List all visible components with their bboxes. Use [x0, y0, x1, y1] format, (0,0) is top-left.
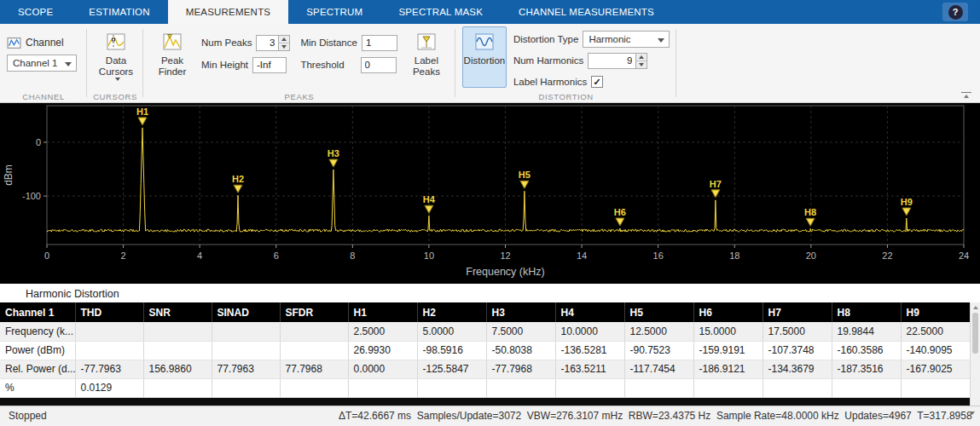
table-cell: 156.9860	[143, 360, 212, 378]
table-cell: 19.9844	[832, 322, 901, 341]
min-distance-label: Min Distance	[300, 37, 357, 48]
table-cell: -140.9095	[901, 341, 970, 360]
table-cell	[555, 378, 624, 397]
statusbar-expand-icon[interactable]	[970, 412, 975, 415]
tab-estimation[interactable]: ESTIMATION	[71, 0, 167, 24]
table-bottom-strip	[0, 398, 970, 406]
label-harmonics-checkbox[interactable]: ✓	[591, 76, 603, 88]
table-cell: -163.5211	[555, 360, 624, 378]
table-cell	[212, 378, 280, 397]
table-cell: 2.5000	[348, 322, 417, 341]
svg-text:H3: H3	[328, 148, 339, 158]
svg-text:4: 4	[197, 250, 202, 261]
svg-text:20: 20	[806, 250, 816, 261]
peaks-section-label: PEAKS	[143, 92, 455, 101]
column-header: H6	[693, 302, 763, 322]
table-cell: 10.0000	[555, 322, 624, 341]
svg-text:10: 10	[424, 250, 434, 261]
min-distance-input[interactable]	[362, 35, 397, 51]
table-cell: -134.3679	[763, 360, 832, 378]
chevron-down-icon	[65, 62, 72, 66]
table-cell: %	[0, 378, 75, 397]
toolstrip-tab-bar: SCOPEESTIMATIONMEASUREMENTSSPECTRUMSPECT…	[0, 0, 980, 24]
svg-text:22: 22	[882, 250, 892, 261]
svg-text:H8: H8	[804, 207, 816, 217]
channel-button-label: Channel	[26, 37, 64, 49]
collapse-toolstrip-icon[interactable]	[961, 92, 971, 98]
channel-section-label: CHANNEL	[0, 92, 87, 101]
svg-text:-100: -100	[22, 191, 41, 201]
table-cell: -107.3748	[763, 341, 832, 360]
distortion-type-select[interactable]: Harmonic	[583, 31, 670, 48]
tab-scope[interactable]: SCOPE	[0, 0, 71, 24]
label-peaks-button[interactable]: Label Peaks	[404, 26, 449, 88]
num-peaks-stepper[interactable]	[279, 35, 290, 51]
svg-text:16: 16	[653, 250, 664, 261]
table-cell: -187.3516	[832, 360, 901, 378]
table-cell: 5.0000	[417, 322, 486, 341]
svg-text:H1: H1	[136, 106, 148, 117]
table-cell: -136.5281	[555, 341, 624, 360]
min-height-input[interactable]	[252, 57, 287, 73]
table-cell: 0.0000	[348, 360, 417, 378]
scrollbar-thumb[interactable]	[972, 313, 978, 354]
tab-spectrum[interactable]: SPECTRUM	[288, 0, 380, 24]
ribbon-section-channel: Channel Channel 1 CHANNEL	[0, 24, 87, 102]
svg-text:H7: H7	[710, 179, 722, 189]
svg-text:24: 24	[959, 250, 969, 261]
table-cell	[212, 322, 280, 341]
table-row[interactable]: Power (dBm)26.9930-98.5916-50.8038-136.5…	[0, 341, 970, 360]
table-cell	[280, 378, 348, 397]
peak-finder-button[interactable]: Peak Finder	[150, 26, 194, 88]
num-harmonics-stepper[interactable]	[636, 53, 647, 69]
help-button[interactable]: ?	[942, 3, 968, 21]
table-cell: -77.7968	[486, 360, 555, 378]
channel-button[interactable]: Channel	[7, 26, 80, 52]
distortion-type-label: Distortion Type	[513, 34, 579, 44]
distortion-section-label: DISTORTION	[455, 92, 677, 101]
column-header: Channel 1	[0, 302, 75, 322]
table-scrollbar[interactable]	[970, 302, 980, 416]
ribbon-section-cursors: Data Cursors CURSORS	[87, 24, 143, 102]
table-cell	[143, 378, 212, 397]
threshold-label: Threshold	[300, 60, 344, 70]
table-row[interactable]: Rel. Power (d...-77.7963156.986077.79637…	[0, 360, 970, 378]
scroll-up-icon[interactable]	[971, 302, 980, 312]
peak-finder-icon	[162, 32, 183, 52]
svg-text:dBm: dBm	[3, 164, 14, 186]
tab-channel-measurements[interactable]: CHANNEL MEASUREMENTS	[501, 0, 672, 24]
data-cursors-icon	[106, 32, 126, 52]
channel-select-value: Channel 1	[13, 58, 57, 68]
table-row[interactable]: %0.0129	[0, 378, 970, 397]
table-cell: -98.5916	[417, 341, 486, 360]
table-cell: 17.5000	[763, 322, 832, 341]
data-cursors-button[interactable]: Data Cursors	[94, 26, 138, 88]
num-harmonics-input[interactable]	[588, 53, 636, 69]
table-cell: 12.5000	[624, 322, 693, 341]
table-cell	[832, 378, 901, 397]
channel-select[interactable]: Channel 1	[7, 55, 77, 72]
table-cell	[763, 378, 832, 397]
num-peaks-input[interactable]	[256, 35, 279, 51]
spectrum-plot[interactable]: 0246810121416182022240-100H1H2H3H4H5H6H7…	[0, 103, 980, 284]
distortion-toggle-button[interactable]: Distortion	[462, 26, 507, 88]
table-cell	[624, 378, 693, 397]
ribbon-section-distortion: Distortion Distortion Type Harmonic Num …	[455, 24, 677, 102]
svg-text:H5: H5	[519, 170, 531, 180]
distortion-button-label: Distortion	[464, 55, 506, 66]
column-header: H2	[417, 302, 486, 322]
svg-text:8: 8	[350, 250, 355, 261]
table-cell: Power (dBm)	[0, 341, 75, 360]
status-stats: ΔT=42.6667 ms Samples/Update=3072 VBW=27…	[339, 410, 972, 422]
distortion-type-value: Harmonic	[589, 34, 630, 44]
table-cell	[901, 378, 970, 397]
table-row[interactable]: Frequency (k...2.50005.00007.500010.0000…	[0, 322, 970, 341]
tab-measurements[interactable]: MEASUREMENTS	[168, 0, 289, 24]
channel-icon	[7, 36, 21, 50]
threshold-input[interactable]	[361, 57, 397, 73]
toolstrip-ribbon: Channel Channel 1 CHANNEL Data Cursors C…	[0, 24, 980, 103]
column-header: H4	[555, 302, 624, 322]
column-header: SINAD	[212, 302, 280, 322]
tab-spectral-mask[interactable]: SPECTRAL MASK	[380, 0, 501, 24]
table-cell: -167.9025	[901, 360, 970, 378]
